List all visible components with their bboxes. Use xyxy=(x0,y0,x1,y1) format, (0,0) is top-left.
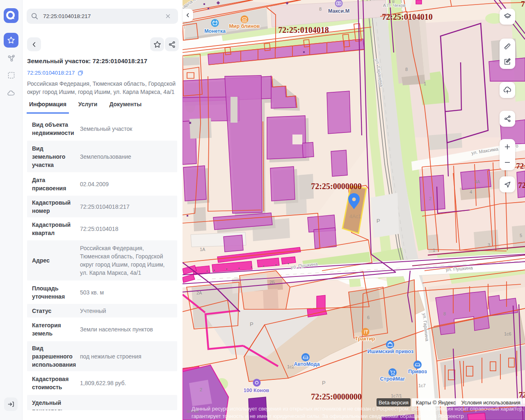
svg-text:Привоз: Привоз xyxy=(408,369,427,374)
svg-text:Р: Р xyxy=(322,380,326,386)
svg-text:Макси.М: Макси.М xyxy=(328,8,349,14)
svg-text:8: 8 xyxy=(443,311,446,316)
svg-text:1с2: 1с2 xyxy=(287,364,294,369)
svg-text:4: 4 xyxy=(470,189,472,194)
svg-text:2: 2 xyxy=(429,196,431,201)
svg-text:1: 1 xyxy=(424,81,426,86)
svg-text:72:25:0000000: 72:25:0000000 xyxy=(311,392,361,401)
svg-text:8: 8 xyxy=(319,7,322,11)
svg-text:72: 72 xyxy=(519,390,525,399)
svg-text:1А: 1А xyxy=(200,247,205,252)
svg-text:72:: 72: xyxy=(516,162,525,170)
svg-text:5: 5 xyxy=(520,233,522,238)
svg-text:Р: Р xyxy=(377,218,380,224)
svg-text:СтройМаг: СтройМаг xyxy=(380,376,405,382)
svg-text:Ишимский привоз: Ишимский привоз xyxy=(368,349,413,354)
svg-text:А.П. Чехов: А.П. Чехов xyxy=(383,3,406,8)
svg-text:Мир блинов: Мир блинов xyxy=(229,23,260,29)
svg-text:100 Конов: 100 Конов xyxy=(244,388,269,393)
svg-text:1с7: 1с7 xyxy=(418,383,426,388)
svg-text:6: 6 xyxy=(367,315,370,320)
svg-text:7:: 7: xyxy=(521,0,525,8)
svg-text:4Ас1: 4Ас1 xyxy=(349,214,361,219)
svg-text:1: 1 xyxy=(433,248,435,253)
svg-text:3: 3 xyxy=(488,242,490,247)
svg-text:72:25:0000000: 72:25:0000000 xyxy=(311,182,361,191)
svg-text:72:25:0104018: 72:25:0104018 xyxy=(278,25,329,34)
svg-text:Р: Р xyxy=(250,321,253,327)
svg-text:4А: 4А xyxy=(475,179,480,184)
svg-text:1с7/1: 1с7/1 xyxy=(391,393,402,398)
svg-text:Трактир: Трактир xyxy=(355,336,375,342)
svg-text:2Б: 2Б xyxy=(269,280,275,285)
svg-text:2: 2 xyxy=(200,387,202,392)
svg-text:72:: 72: xyxy=(518,181,525,189)
svg-text:1с6: 1с6 xyxy=(504,331,511,336)
svg-text:8: 8 xyxy=(405,67,408,72)
svg-text:72:25:0104010: 72:25:0104010 xyxy=(382,12,432,21)
svg-text:2А: 2А xyxy=(196,290,202,295)
svg-text:АвтоМода: АвтоМода xyxy=(294,361,320,367)
svg-text:Монетка: Монетка xyxy=(204,28,226,34)
